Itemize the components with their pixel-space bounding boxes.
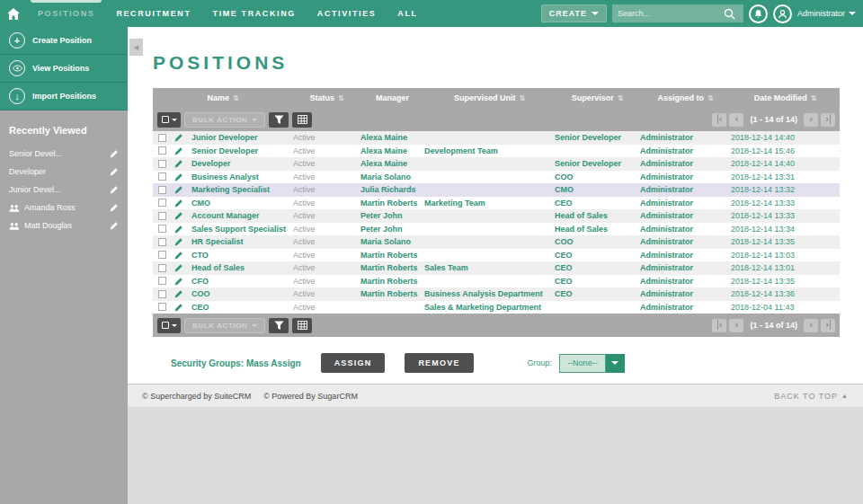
user-dropdown[interactable]: Administrator xyxy=(797,9,856,18)
next-page-button[interactable]: › xyxy=(804,319,818,332)
position-name-link[interactable]: HR Specialist xyxy=(191,237,244,246)
edit-pencil-icon[interactable] xyxy=(110,167,119,176)
column-header-status[interactable]: Status ⇅ xyxy=(293,93,360,102)
manager-link[interactable]: Martin Roberts xyxy=(360,277,418,286)
supervisor-link[interactable]: Senior Developer xyxy=(555,133,621,142)
manager-link[interactable]: Peter John xyxy=(360,211,403,220)
recent-item[interactable]: Senior Devel... xyxy=(0,145,128,163)
next-page-button[interactable]: › xyxy=(804,113,818,127)
position-name-link[interactable]: Business Analyst xyxy=(191,172,259,181)
assigned-to-link[interactable]: Administrator xyxy=(640,289,693,298)
manager-link[interactable]: Maria Solano xyxy=(360,172,411,181)
sort-icon[interactable]: ⇅ xyxy=(233,94,239,102)
recent-item[interactable]: Junior Devel... xyxy=(0,181,128,199)
row-checkbox[interactable] xyxy=(158,290,166,298)
edit-record-button[interactable] xyxy=(171,146,191,155)
tab-all[interactable]: ALL xyxy=(387,0,428,27)
group-select[interactable]: --None-- xyxy=(559,354,625,373)
assigned-to-link[interactable]: Administrator xyxy=(640,133,693,142)
sidebar-item-view-positions[interactable]: View Positions xyxy=(0,55,128,83)
supervised-unit-link[interactable]: Marketing Team xyxy=(424,199,485,208)
sort-icon[interactable]: ⇅ xyxy=(519,94,525,102)
assign-button[interactable]: ASSIGN xyxy=(321,353,386,373)
tab-recruitment[interactable]: RECRUITMENT xyxy=(105,0,201,27)
row-checkbox[interactable] xyxy=(158,172,166,181)
assigned-to-link[interactable]: Administrator xyxy=(640,211,693,220)
edit-record-button[interactable] xyxy=(171,263,191,272)
manager-link[interactable]: Peter John xyxy=(360,225,403,234)
column-header-name[interactable]: Name ⇅ xyxy=(153,93,293,102)
supervisor-link[interactable]: COO xyxy=(555,237,574,246)
prev-page-button[interactable]: ‹ xyxy=(729,319,743,332)
assigned-to-link[interactable]: Administrator xyxy=(640,277,693,286)
assigned-to-link[interactable]: Administrator xyxy=(640,199,693,208)
recent-item[interactable]: Amanda Ross xyxy=(0,199,128,217)
row-checkbox[interactable] xyxy=(158,186,166,194)
supervised-unit-link[interactable]: Development Team xyxy=(424,146,498,155)
edit-record-button[interactable] xyxy=(171,199,191,208)
supervisor-link[interactable]: CEO xyxy=(555,251,573,260)
first-page-button[interactable]: ‹ xyxy=(712,319,726,332)
last-page-button[interactable]: › xyxy=(821,113,835,127)
assigned-to-link[interactable]: Administrator xyxy=(640,172,693,181)
position-name-link[interactable]: CMO xyxy=(191,199,210,208)
position-name-link[interactable]: CTO xyxy=(191,251,209,260)
position-name-link[interactable]: Account Manager xyxy=(191,211,260,220)
assigned-to-link[interactable]: Administrator xyxy=(640,159,693,168)
supervised-unit-link[interactable]: Sales & Marketing Department xyxy=(424,303,541,312)
supervisor-link[interactable]: CMO xyxy=(555,185,574,194)
supervisor-link[interactable]: CEO xyxy=(555,289,573,298)
edit-record-button[interactable] xyxy=(171,277,191,286)
edit-record-button[interactable] xyxy=(171,303,191,312)
edit-record-button[interactable] xyxy=(171,159,191,168)
position-name-link[interactable]: Developer xyxy=(191,159,231,168)
sidebar-item-create-position[interactable]: + Create Position xyxy=(0,27,128,55)
row-checkbox[interactable] xyxy=(158,225,166,233)
tab-time-tracking[interactable]: TIME TRACKING xyxy=(202,0,307,27)
bulk-action-button[interactable]: BULK ACTION xyxy=(184,112,265,128)
edit-record-button[interactable] xyxy=(171,237,191,246)
home-button[interactable] xyxy=(0,0,27,27)
supervisor-link[interactable]: Head of Sales xyxy=(555,211,608,220)
column-chooser-button[interactable] xyxy=(292,112,312,128)
assigned-to-link[interactable]: Administrator xyxy=(640,146,693,155)
manager-link[interactable]: Alexa Maine xyxy=(360,159,407,168)
filter-button[interactable] xyxy=(269,112,289,128)
manager-link[interactable]: Martin Roberts xyxy=(360,251,418,260)
tab-activities[interactable]: ACTIVITIES xyxy=(307,0,387,27)
select-all-dropdown[interactable] xyxy=(157,112,181,128)
prev-page-button[interactable]: ‹ xyxy=(729,113,743,127)
position-name-link[interactable]: Marketing Specialist xyxy=(191,185,270,194)
bulk-action-button[interactable]: BULK ACTION xyxy=(184,318,265,333)
manager-link[interactable]: Alexa Maine xyxy=(360,133,407,142)
row-checkbox[interactable] xyxy=(158,212,166,220)
edit-record-button[interactable] xyxy=(171,211,191,220)
notifications-button[interactable] xyxy=(749,4,768,23)
position-name-link[interactable]: Sales Support Specialist xyxy=(191,225,286,234)
edit-record-button[interactable] xyxy=(171,133,191,142)
sidebar-collapse-button[interactable]: ◀ xyxy=(129,39,143,56)
assigned-to-link[interactable]: Administrator xyxy=(640,237,693,246)
position-name-link[interactable]: Head of Sales xyxy=(191,263,245,272)
edit-record-button[interactable] xyxy=(171,185,191,194)
search-input[interactable] xyxy=(618,9,724,18)
supervisor-link[interactable]: Senior Developer xyxy=(555,159,621,168)
assigned-to-link[interactable]: Administrator xyxy=(640,303,693,312)
edit-pencil-icon[interactable] xyxy=(110,185,119,194)
position-name-link[interactable]: CFO xyxy=(191,277,209,286)
supervised-unit-link[interactable]: Sales Team xyxy=(424,263,468,272)
edit-record-button[interactable] xyxy=(171,172,191,181)
edit-record-button[interactable] xyxy=(171,251,191,260)
last-page-button[interactable]: › xyxy=(821,319,835,332)
supervisor-link[interactable]: CEO xyxy=(555,263,573,272)
supervisor-link[interactable]: CEO xyxy=(555,277,573,286)
edit-record-button[interactable] xyxy=(171,289,191,298)
column-chooser-button[interactable] xyxy=(292,318,312,333)
row-checkbox[interactable] xyxy=(158,251,166,259)
supervisor-link[interactable]: CEO xyxy=(555,199,573,208)
supervisor-link[interactable]: Head of Sales xyxy=(555,225,608,234)
column-header-supervisor[interactable]: Supervisor ⇅ xyxy=(555,93,640,102)
sort-icon[interactable]: ⇅ xyxy=(707,94,714,102)
sidebar-item-import-positions[interactable]: ↓ Import Positions xyxy=(0,83,128,111)
manager-link[interactable]: Martin Roberts xyxy=(360,199,418,208)
